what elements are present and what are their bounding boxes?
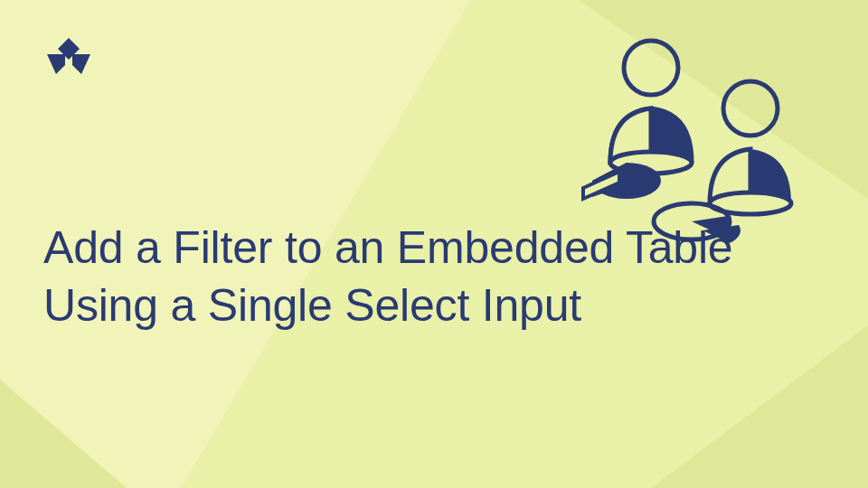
svg-point-8 [624,41,678,95]
svg-point-10 [723,81,778,136]
svg-marker-7 [72,54,90,74]
brand-logo-icon [43,36,94,87]
page-title: Add a Filter to an Embedded Table Using … [43,219,825,334]
svg-marker-6 [47,54,65,74]
